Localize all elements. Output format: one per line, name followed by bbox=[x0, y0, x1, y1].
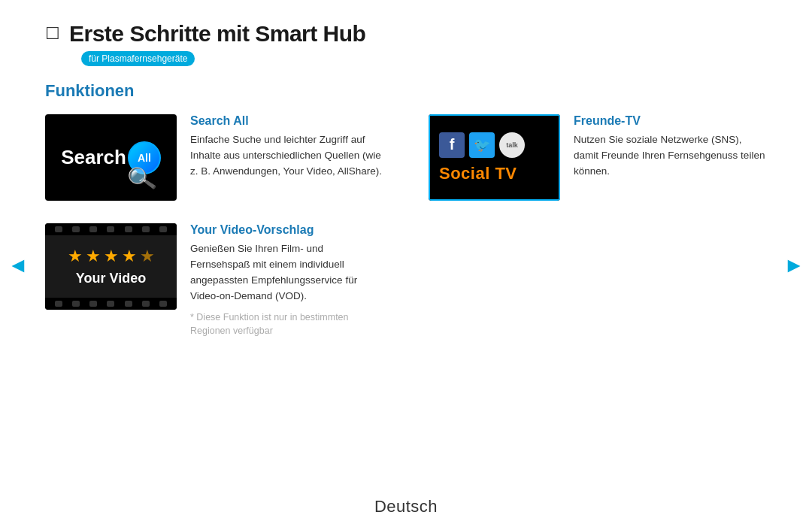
feature-your-video: ★ ★ ★ ★ ★ Your Video bbox=[45, 223, 383, 338]
star-5: ★ bbox=[140, 247, 155, 266]
search-all-image: Search All 🔍 bbox=[45, 114, 177, 201]
search-all-graphic: Search All 🔍 bbox=[45, 114, 177, 201]
search-all-heading: Search All bbox=[190, 114, 383, 128]
film-strip-top bbox=[45, 223, 177, 235]
star-3: ★ bbox=[104, 247, 119, 266]
twitter-icon: 🐦 bbox=[469, 132, 495, 158]
your-video-desc: Genießen Sie Ihren Film- und Fernsehspaß… bbox=[190, 241, 383, 304]
freunde-tv-heading: Freunde-TV bbox=[574, 114, 767, 128]
section-title: Funktionen bbox=[45, 81, 767, 101]
search-all-content: Search All Einfache Suche und leichter Z… bbox=[190, 114, 383, 180]
your-video-note: * Diese Funktion ist nur in bestimmten R… bbox=[190, 310, 383, 339]
page-container: ☐ Erste Schritte mit Smart Hub für Plasm… bbox=[0, 0, 812, 353]
magnifier-icon: 🔍 bbox=[126, 163, 158, 194]
feature-freunde-tv: f 🐦 talk Social TV Freunde-TV Nutzen Sie… bbox=[429, 114, 767, 201]
nav-right-arrow[interactable]: ► bbox=[783, 253, 804, 277]
feature-search-all: Search All 🔍 Search All Einfache Suche u… bbox=[45, 114, 383, 201]
social-tv-image: f 🐦 talk Social TV bbox=[429, 114, 560, 201]
star-4: ★ bbox=[122, 247, 137, 266]
page-title: Erste Schritte mit Smart Hub bbox=[69, 21, 365, 47]
platform-badge: für Plasmafernsehgeräte bbox=[81, 51, 195, 66]
star-2: ★ bbox=[86, 247, 101, 266]
checkbox-icon: ☐ bbox=[45, 24, 60, 44]
stars-row: ★ ★ ★ ★ ★ bbox=[68, 247, 155, 266]
film-strip-bottom bbox=[45, 298, 177, 310]
search-word: Search bbox=[61, 146, 126, 169]
social-tv-label: Social TV bbox=[439, 164, 517, 183]
freunde-tv-desc: Nutzen Sie soziale Netzwerke (SNS), dami… bbox=[574, 132, 767, 180]
features-grid: Search All 🔍 Search All Einfache Suche u… bbox=[45, 114, 767, 338]
your-video-heading: Your Video-Vorschlag bbox=[190, 223, 383, 237]
social-icons-row: f 🐦 talk bbox=[439, 132, 525, 158]
your-video-content: Your Video-Vorschlag Genießen Sie Ihren … bbox=[190, 223, 383, 338]
language-label: Deutsch bbox=[374, 497, 438, 516]
your-video-image: ★ ★ ★ ★ ★ Your Video bbox=[45, 223, 177, 310]
facebook-icon: f bbox=[439, 132, 465, 158]
star-1: ★ bbox=[68, 247, 83, 266]
nav-left-arrow[interactable]: ◄ bbox=[8, 253, 29, 277]
title-row: ☐ Erste Schritte mit Smart Hub bbox=[45, 21, 767, 47]
search-all-desc: Einfache Suche und leichter Zugriff auf … bbox=[190, 132, 383, 180]
social-tv-graphic: f 🐦 talk Social TV bbox=[429, 114, 560, 201]
talk-icon: talk bbox=[499, 132, 525, 158]
freunde-tv-content: Freunde-TV Nutzen Sie soziale Netzwerke … bbox=[574, 114, 767, 180]
your-video-graphic: ★ ★ ★ ★ ★ Your Video bbox=[45, 223, 177, 310]
your-video-label: Your Video bbox=[76, 271, 146, 286]
